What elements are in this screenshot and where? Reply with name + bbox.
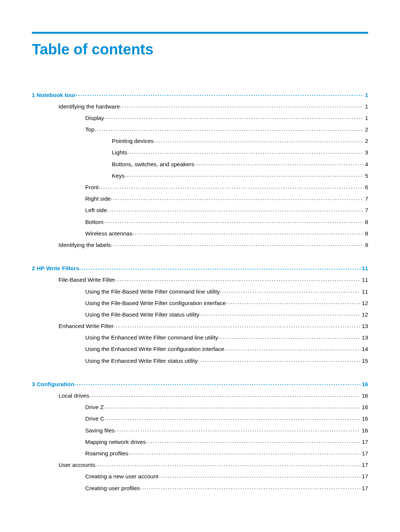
toc-page-number: 2	[363, 138, 368, 144]
toc-page-number: 17	[360, 474, 368, 479]
toc-page-number: 12	[360, 312, 368, 318]
toc-label: 3 Configuration	[32, 381, 74, 387]
toc-row[interactable]: Using the File-Based Write Filter comman…	[32, 288, 368, 294]
toc-row[interactable]: Right side 7	[32, 195, 368, 202]
toc-leader-dots	[120, 103, 363, 108]
toc-page-number: 17	[360, 451, 368, 456]
toc-leader-dots	[79, 265, 360, 271]
toc-row[interactable]: Keys 5	[32, 172, 368, 178]
toc-row[interactable]: Using the Enhanced Write Filter command …	[32, 334, 368, 341]
toc-leader-dots	[198, 357, 360, 363]
toc-page-number: 17	[360, 485, 368, 491]
toc-leader-dots	[111, 241, 363, 247]
toc-row[interactable]: Identifying the labels 9	[32, 241, 368, 248]
toc-row[interactable]: Using the Enhanced Write Filter configur…	[32, 345, 368, 352]
toc-row[interactable]: Display 1	[32, 114, 368, 121]
toc-label: Identifying the labels	[59, 242, 111, 248]
toc-page-number: 1	[363, 115, 368, 121]
toc-leader-dots	[133, 230, 364, 235]
toc-row[interactable]: 1 Notebook tour 1	[32, 91, 368, 98]
toc-label: Creating a new user account	[85, 474, 158, 479]
toc-leader-dots	[104, 404, 360, 409]
toc-row[interactable]: Wireless antennas 8	[32, 230, 368, 236]
toc-leader-dots	[103, 218, 363, 224]
toc-page-number: 11	[360, 277, 368, 283]
toc-leader-dots	[107, 207, 364, 213]
toc-page-number: 7	[363, 196, 368, 202]
toc-label: Display	[85, 115, 104, 121]
toc-page-number: 6	[363, 184, 368, 190]
toc-leader-dots	[128, 449, 360, 455]
toc-page-number: 3	[363, 150, 368, 155]
toc-page-number: 17	[360, 462, 368, 468]
toc-label: Enhanced Write Filter	[59, 323, 114, 329]
toc-page-number: 11	[360, 265, 368, 271]
toc-row[interactable]: Lights 3	[32, 149, 368, 155]
toc-row[interactable]: Buttons, switches, and speakers 4	[32, 160, 368, 167]
toc-label: Local drives	[59, 393, 89, 399]
toc-row[interactable]: Bottom 8	[32, 218, 368, 225]
toc-page-number: 5	[363, 173, 368, 179]
toc-row[interactable]: Creating a new user account 17	[32, 473, 368, 479]
toc-leader-dots	[99, 184, 363, 190]
toc-row[interactable]: Using the File-Based Write Filter config…	[32, 299, 368, 306]
toc-label: Left side	[85, 207, 107, 213]
toc-row[interactable]: Front 6	[32, 184, 368, 190]
toc-page-number: 8	[363, 231, 368, 237]
toc-page-number: 16	[360, 381, 368, 387]
toc-row[interactable]: Drive Z 16	[32, 404, 368, 410]
toc-row[interactable]: Identifying the hardware 1	[32, 103, 368, 109]
toc-row[interactable]: 3 Configuration 16	[32, 380, 368, 387]
toc-row[interactable]: Enhanced Write Filter 13	[32, 322, 368, 329]
toc-leader-dots	[158, 473, 360, 479]
toc-page-number: 1	[363, 92, 368, 98]
header-rule	[32, 32, 368, 34]
toc-label: Top	[85, 127, 94, 133]
toc-row[interactable]: File-Based Write Filter 11	[32, 276, 368, 283]
toc-label: Right side	[85, 196, 111, 202]
toc-label: Wireless antennas	[85, 231, 133, 237]
toc-page-number: 1	[363, 104, 368, 110]
toc-row[interactable]: 2 HP Write Filters 11	[32, 265, 368, 271]
toc-row[interactable]: Using the Enhanced Write Filter status u…	[32, 357, 368, 364]
toc-label: Drive Z	[85, 404, 104, 410]
toc-row[interactable]: Drive C 16	[32, 415, 368, 422]
toc-leader-dots	[94, 126, 363, 132]
toc: 1 Notebook tour 1Identifying the hardwar…	[32, 91, 368, 491]
toc-label: Using the File-Based Write Filter status…	[85, 312, 199, 318]
toc-page-number: 16	[360, 404, 368, 410]
toc-row[interactable]: Saving files 16	[32, 426, 368, 433]
toc-label: Saving files	[85, 428, 114, 434]
toc-leader-dots	[220, 288, 360, 294]
page: Table of contents 1 Notebook tour 1Ident…	[0, 0, 400, 532]
toc-row[interactable]: Pointing devices 2	[32, 137, 368, 144]
toc-label: Pointing devices	[112, 138, 154, 144]
toc-label: Using the File-Based Write Filter comman…	[85, 289, 220, 295]
toc-label: Using the File-Based Write Filter config…	[85, 300, 226, 306]
toc-label: Mapping network drives	[85, 439, 146, 445]
toc-row[interactable]: Local drives 16	[32, 392, 368, 399]
toc-row[interactable]: Top 2	[32, 126, 368, 133]
toc-gap	[32, 368, 368, 380]
toc-leader-dots	[89, 392, 360, 398]
toc-row[interactable]: Creating user profiles 17	[32, 484, 368, 491]
toc-page-number: 2	[363, 127, 368, 133]
toc-page-number: 7	[363, 207, 368, 213]
toc-page-number: 8	[363, 219, 368, 225]
toc-row[interactable]: Roaming profiles 17	[32, 449, 368, 456]
toc-page-number: 4	[363, 161, 368, 167]
toc-row[interactable]: Mapping network drives 17	[32, 438, 368, 445]
toc-label: 1 Notebook tour	[32, 92, 76, 98]
toc-label: 2 HP Write Filters	[32, 265, 79, 271]
toc-label: Identifying the hardware	[59, 104, 120, 110]
toc-row[interactable]: Left side 7	[32, 207, 368, 213]
toc-leader-dots	[104, 114, 364, 120]
toc-leader-dots	[114, 322, 360, 328]
toc-row[interactable]: User accounts 17	[32, 461, 368, 468]
toc-page-number: 16	[360, 393, 368, 399]
toc-leader-dots	[146, 438, 360, 444]
toc-leader-dots	[111, 195, 363, 201]
toc-leader-dots	[194, 160, 363, 166]
toc-row[interactable]: Using the File-Based Write Filter status…	[32, 311, 368, 317]
toc-page-number: 9	[363, 242, 368, 248]
